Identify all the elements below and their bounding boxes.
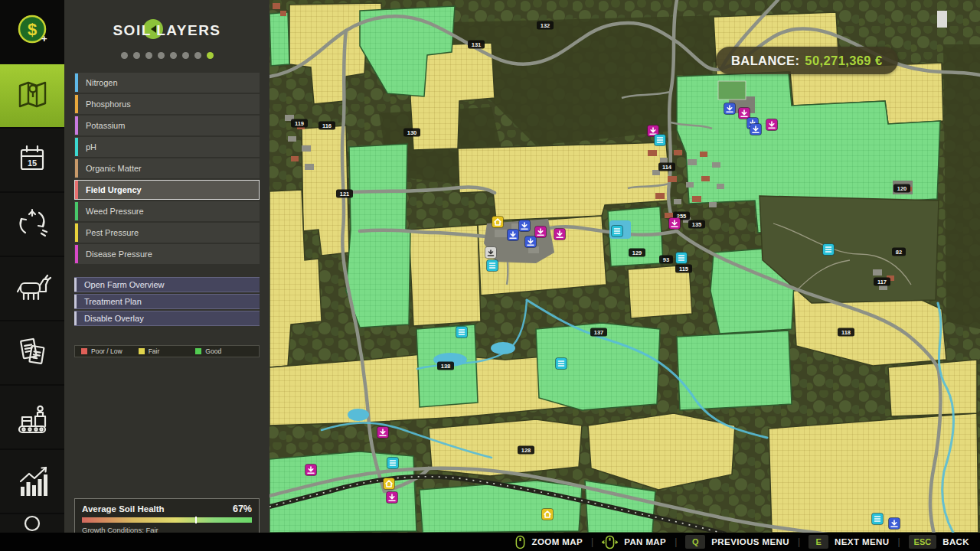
overview-map[interactable]: 1321311191161301211141202551351299311582… [270, 0, 980, 533]
field-label-117: 117 [874, 278, 890, 286]
svg-text:132: 132 [541, 22, 550, 29]
page-dot-2 [133, 52, 140, 59]
svg-text:93: 93 [663, 256, 669, 263]
poi-marker-cyan[interactable] [872, 514, 884, 525]
legend-item: Good [195, 347, 253, 355]
layer-row-field-urgency[interactable]: Field Urgency [74, 180, 260, 200]
poi-marker-cyan[interactable] [676, 253, 688, 264]
svg-text:117: 117 [877, 279, 887, 285]
poi-marker-yellow[interactable] [384, 478, 395, 490]
statistics-icon [11, 458, 54, 504]
field-label-116: 116 [318, 122, 335, 130]
svg-text:137: 137 [594, 329, 604, 336]
field-label-128: 128 [518, 446, 534, 455]
open-farm-overview-button[interactable]: Open Farm Overview [74, 277, 260, 292]
layer-row-ph[interactable]: pH [74, 137, 260, 157]
field-label-135: 135 [688, 220, 705, 229]
sidebar-tab-money[interactable]: $+ [0, 0, 64, 63]
layer-row-organic-matter[interactable]: Organic Matter [74, 158, 260, 178]
poi-marker-magenta[interactable] [305, 465, 317, 476]
layer-row-potassium[interactable]: Potassium [74, 116, 260, 135]
hint-label: NEXT MENU [835, 537, 889, 546]
poi-marker-blue[interactable] [508, 230, 519, 241]
svg-text:119: 119 [295, 120, 304, 127]
poi-marker-blue[interactable] [724, 103, 736, 115]
hint-separator: | [798, 536, 800, 547]
sidebar-tab-help[interactable] [0, 514, 64, 533]
poi-marker-yellow[interactable] [542, 509, 554, 520]
poi-marker-magenta[interactable] [766, 119, 778, 131]
field-label-114: 114 [658, 163, 675, 171]
legend-swatch [81, 348, 87, 354]
layer-label: Field Urgency [86, 185, 142, 194]
layer-row-phosphorus[interactable]: Phosphorus [74, 94, 260, 114]
layer-color-bar [75, 95, 78, 113]
svg-text:135: 135 [692, 221, 702, 228]
layer-label: Phosphorus [86, 99, 131, 109]
poi-marker-blue[interactable] [750, 124, 762, 135]
balance-label: BALANCE: [731, 54, 799, 68]
poi-marker-blue[interactable] [525, 236, 537, 248]
treatment-plan-button[interactable]: Treatment Plan [74, 294, 260, 309]
field-label-119: 119 [291, 119, 308, 128]
sidebar-tab-production[interactable] [0, 386, 64, 448]
poi-marker-cyan[interactable] [823, 244, 835, 256]
poi-marker-magenta[interactable] [554, 229, 566, 240]
layer-row-nitrogen[interactable]: Nitrogen [74, 73, 260, 93]
hint-label: PAN MAP [624, 537, 666, 546]
field-label-115: 115 [675, 265, 692, 273]
poi-marker-cyan[interactable] [487, 260, 498, 272]
poi-marker-magenta[interactable] [387, 492, 398, 504]
svg-text:15: 15 [28, 158, 37, 168]
disable-overlay-button[interactable]: Disable Overlay [74, 311, 260, 326]
sidebar-tab-statistics[interactable] [0, 450, 64, 513]
layer-color-bar [75, 73, 78, 92]
field-label-131: 131 [468, 41, 485, 49]
poi-marker-cyan[interactable] [387, 458, 399, 469]
panel-actions: Open Farm OverviewTreatment PlanDisable … [74, 277, 260, 328]
svg-text:114: 114 [662, 164, 672, 171]
layer-row-weed-pressure[interactable]: Weed Pressure [74, 201, 260, 221]
button-label: Open Farm Overview [84, 280, 165, 289]
poi-marker-cyan[interactable] [456, 327, 468, 338]
layer-row-disease-pressure[interactable]: Disease Pressure [74, 244, 260, 264]
poi-marker-magenta[interactable] [669, 218, 681, 230]
poi-marker-yellow[interactable] [492, 217, 504, 228]
svg-text:$: $ [28, 20, 37, 39]
field-label-137: 137 [590, 328, 607, 337]
poi-marker-cyan[interactable] [655, 135, 666, 146]
page-dot-1 [121, 52, 128, 59]
poi-marker-gray[interactable] [485, 247, 497, 259]
sidebar-tab-map[interactable] [0, 64, 64, 127]
layer-color-bar [75, 245, 78, 263]
poi-marker-magenta[interactable] [377, 427, 389, 439]
hint-separator: | [897, 536, 900, 547]
legend-label: Good [205, 347, 221, 355]
poi-marker-magenta[interactable] [535, 227, 547, 238]
sidebar-tab-contracts[interactable] [0, 321, 64, 384]
sidebar-tab-crop-rotation[interactable] [0, 193, 64, 256]
layer-color-bar [75, 223, 78, 242]
svg-text:120: 120 [897, 185, 907, 192]
svg-text:82: 82 [896, 249, 902, 256]
poi-marker-cyan[interactable] [612, 226, 623, 237]
legend-label: Poor / Low [91, 347, 122, 355]
layer-color-bar [75, 159, 78, 178]
layer-color-bar [75, 181, 78, 199]
keycap-esc: ESC [909, 535, 937, 549]
map-view[interactable]: 1321311191161301211141202551351299311582… [270, 0, 980, 533]
balance-display: BALANCE: 50,271,369 € [716, 47, 898, 74]
hint-previous-menu: QPREVIOUS MENU [685, 535, 789, 549]
poi-marker-blue[interactable] [889, 518, 900, 530]
svg-text:118: 118 [841, 329, 851, 336]
hint-pan-map: PAN MAP [602, 535, 666, 549]
poi-marker-cyan[interactable] [556, 358, 567, 370]
poi-marker-blue[interactable] [519, 220, 531, 232]
sidebar-tab-animals[interactable] [0, 257, 64, 320]
calendar-icon: 15 [11, 137, 54, 183]
sidebar-tab-calendar[interactable]: 15 [0, 129, 64, 191]
page-dot-8 [207, 52, 214, 59]
layer-label: Organic Matter [86, 164, 142, 173]
layer-row-pest-pressure[interactable]: Pest Pressure [74, 223, 260, 243]
legend-swatch [195, 348, 201, 354]
